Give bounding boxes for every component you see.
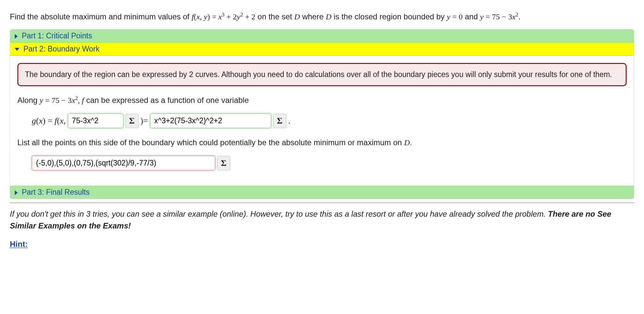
- set-D: D: [404, 138, 410, 147]
- math-f: f: [82, 96, 84, 105]
- math-x: x: [60, 116, 64, 126]
- text: Along: [17, 96, 40, 105]
- exp-2: 2: [75, 95, 78, 101]
- paren-close-eq: ) =: [207, 12, 218, 21]
- eq: =: [46, 116, 55, 126]
- math-y: y: [237, 12, 240, 21]
- parts-container: Part 1: Critical Points Part 2: Boundary…: [10, 29, 634, 199]
- text: is the closed region bounded by: [333, 12, 447, 21]
- footnote-text: If you don't get this in 3 tries, you ca…: [10, 209, 548, 218]
- math-x: x: [218, 12, 222, 21]
- chevron-right-icon: [15, 34, 18, 39]
- hint-row: Hint:: [10, 240, 634, 249]
- hint-link[interactable]: Hint:: [10, 240, 28, 248]
- eq-75-3: = 75 − 3: [43, 96, 72, 105]
- math-editor-button[interactable]: Σ: [217, 156, 230, 170]
- boundary-notice: The boundary of the region can be expres…: [17, 63, 627, 86]
- math-x: x: [197, 12, 200, 21]
- part-2-title: Part 2: Boundary Work: [23, 45, 99, 53]
- chevron-down-icon: [15, 48, 19, 51]
- period: .: [518, 12, 520, 21]
- paren-open: (: [194, 12, 197, 21]
- part-1-header[interactable]: Part 1: Critical Points: [10, 29, 634, 43]
- part-2-body: The boundary of the region can be expres…: [10, 56, 634, 186]
- period: .: [410, 138, 412, 147]
- notice-text: The boundary of the region can be expres…: [25, 70, 612, 79]
- part-1-title: Part 1: Critical Points: [22, 31, 92, 40]
- part-3-header[interactable]: Part 3: Final Results: [10, 186, 634, 199]
- text: Find the absolute maximum and minimum va…: [10, 12, 192, 21]
- text: List all the points on this side of the …: [17, 138, 404, 147]
- math-y: y: [204, 12, 207, 21]
- comma: ,: [78, 96, 82, 105]
- math-g: g: [32, 116, 36, 126]
- g-expression-input[interactable]: [150, 113, 271, 128]
- math-x: x: [39, 116, 43, 126]
- close-paren-eq: )=: [141, 116, 148, 126]
- exp-2: 2: [240, 11, 243, 18]
- math-x: x: [512, 12, 516, 21]
- eq-0: = 0: [450, 12, 463, 21]
- set-D: D: [294, 12, 300, 21]
- paren-open: (: [36, 116, 39, 126]
- math-f: f: [192, 12, 194, 21]
- math-y: y: [40, 96, 43, 105]
- math-y: y: [480, 12, 484, 21]
- math-editor-button[interactable]: Σ: [273, 114, 286, 128]
- list-points-line: List all the points on this side of the …: [17, 137, 627, 148]
- eq-75-3: = 75 − 3: [483, 12, 512, 21]
- text: where: [302, 12, 326, 21]
- plus-2b: + 2: [243, 12, 256, 21]
- along-line: Along y = 75 − 3x2, f can be expressed a…: [17, 94, 627, 106]
- trailing-period: .: [288, 116, 291, 126]
- text: can be expressed as a function of one va…: [86, 96, 249, 105]
- part-3-title: Part 3: Final Results: [22, 188, 89, 196]
- math-y: y: [447, 12, 450, 21]
- text: and: [465, 12, 480, 21]
- g-of-x-row: g(x) = f(x, Σ )= Σ .: [32, 113, 627, 128]
- problem-statement: Find the absolute maximum and minimum va…: [10, 10, 634, 23]
- comma: ,: [200, 12, 204, 21]
- chevron-right-icon: [15, 190, 18, 195]
- math-f: f: [55, 116, 57, 126]
- set-D: D: [326, 12, 331, 21]
- math-editor-button[interactable]: Σ: [125, 114, 139, 128]
- y-substitution-input[interactable]: [68, 113, 123, 128]
- footnote: If you don't get this in 3 tries, you ca…: [10, 208, 634, 232]
- comma: ,: [64, 116, 66, 126]
- divider: [10, 202, 634, 204]
- part-2-header[interactable]: Part 2: Boundary Work: [10, 43, 634, 56]
- math-x: x: [72, 96, 75, 105]
- paren-close: ): [43, 116, 46, 126]
- plus-2: + 2: [224, 12, 237, 21]
- points-row: Σ: [32, 156, 627, 170]
- text: on the set: [257, 12, 294, 21]
- boundary-points-input[interactable]: [32, 156, 215, 170]
